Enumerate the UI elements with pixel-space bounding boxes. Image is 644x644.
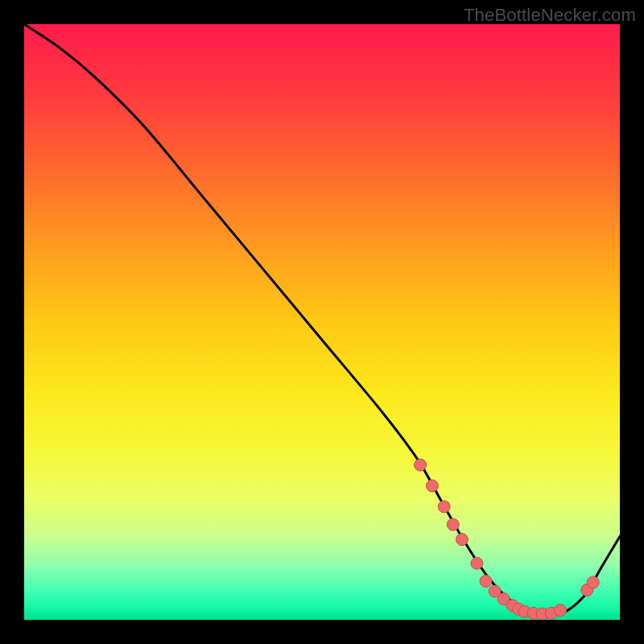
data-marker (471, 557, 483, 569)
data-marker (555, 605, 567, 617)
plot-area (24, 24, 620, 620)
data-marker (456, 534, 468, 546)
data-marker (447, 518, 459, 530)
data-marker (415, 459, 427, 471)
curve-layer (24, 24, 620, 620)
data-marker (587, 576, 599, 588)
marker-group (415, 459, 600, 620)
data-marker (480, 575, 492, 587)
bottleneck-curve (24, 24, 620, 616)
data-marker (438, 501, 450, 513)
chart-frame: TheBottleNecker.com (0, 0, 644, 644)
data-marker (426, 480, 438, 492)
watermark-text: TheBottleNecker.com (464, 5, 636, 26)
